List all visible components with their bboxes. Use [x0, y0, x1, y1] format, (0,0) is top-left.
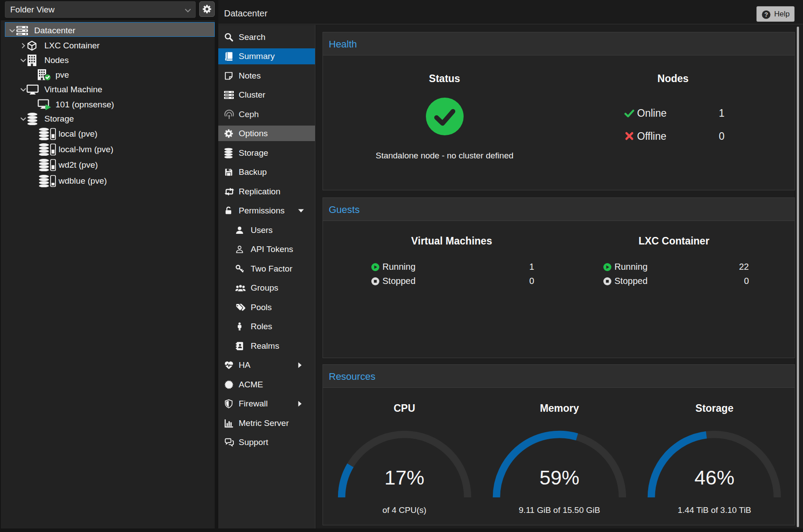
svg-text:?: ? [764, 11, 768, 18]
